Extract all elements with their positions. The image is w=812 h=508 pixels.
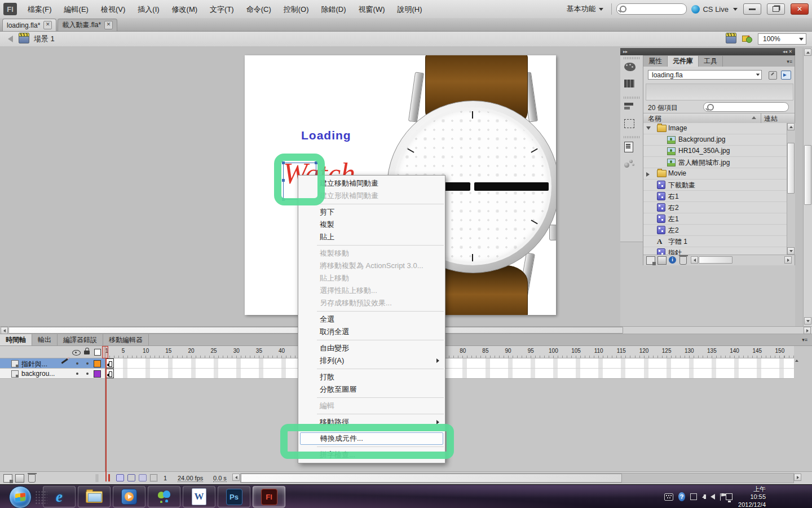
taskbar-clock[interactable]: 上午 10:55 2012/12/4: [738, 485, 766, 508]
library-item-row[interactable]: 左1: [643, 213, 787, 225]
close-tab-icon[interactable]: ✕: [43, 21, 52, 29]
new-library-panel-button[interactable]: [781, 71, 791, 80]
menu-item-5[interactable]: 修改(M): [166, 1, 204, 18]
library-item-row[interactable]: 右1: [643, 191, 787, 202]
taskbar-windows-explorer-button[interactable]: [78, 486, 111, 507]
library-document-select[interactable]: loading.fla: [648, 70, 762, 80]
item-properties-button[interactable]: i: [669, 256, 676, 264]
context-menu-item[interactable]: 打散: [298, 371, 445, 383]
context-menu-item[interactable]: 自由變形: [298, 342, 445, 354]
workspace-switcher-button[interactable]: 基本功能: [563, 3, 607, 15]
scroll-left-button[interactable]: [691, 256, 698, 264]
library-item-row[interactable]: 指針: [643, 247, 787, 255]
scroll-right-button[interactable]: [784, 256, 792, 264]
context-menu-item[interactable]: 排列(A): [298, 354, 445, 367]
action-center-tray-icon[interactable]: [720, 493, 721, 501]
timeline-tab[interactable]: 時間軸: [0, 334, 32, 345]
context-menu-item[interactable]: 複製: [298, 218, 445, 231]
taskbar-flash-button[interactable]: Fl: [253, 486, 285, 507]
delete-layer-button[interactable]: [28, 474, 36, 483]
window-tray-icon[interactable]: [690, 493, 696, 500]
app-search-input[interactable]: [616, 3, 687, 15]
context-menu-item[interactable]: 貼上: [298, 231, 445, 243]
timeline-tab[interactable]: 編譯器錯誤: [58, 334, 103, 345]
minimize-button[interactable]: [743, 3, 761, 15]
new-symbol-button[interactable]: [646, 256, 655, 265]
scrollbar-thumb[interactable]: [241, 474, 622, 483]
scroll-right-button[interactable]: [794, 474, 801, 481]
layer-visibility-dot[interactable]: [76, 373, 78, 375]
layer-outline-color[interactable]: [94, 360, 101, 367]
stage-vertical-scrollbar[interactable]: [803, 48, 812, 326]
library-item-row[interactable]: 當人離開城市.jpg: [643, 157, 787, 168]
menu-item-1[interactable]: 檔案(F): [21, 1, 58, 18]
document-tab[interactable]: loading.fla*✕: [2, 19, 56, 31]
cs-live-button[interactable]: CS Live: [691, 5, 729, 14]
delete-item-button[interactable]: [679, 256, 687, 265]
column-divider[interactable]: [761, 113, 761, 123]
layer-lock-dot[interactable]: [86, 362, 89, 365]
edit-symbols-button[interactable]: [742, 35, 752, 43]
disclosure-open-icon[interactable]: [646, 126, 651, 130]
panel-grip[interactable]: [624, 136, 639, 138]
timeline-layer-row[interactable]: 指針與...: [0, 358, 105, 369]
taskbar-word-button[interactable]: W: [183, 486, 215, 507]
close-button[interactable]: ✕: [791, 3, 809, 15]
grip[interactable]: [96, 474, 99, 482]
restore-button[interactable]: [767, 3, 785, 15]
library-column-header[interactable]: 名稱 連結: [643, 113, 795, 124]
library-item-row[interactable]: A字體 1: [643, 236, 787, 247]
layer-name[interactable]: backgrou...: [21, 370, 55, 378]
dock-header-bar[interactable]: ▸▸ ◂◂ ✕: [620, 48, 795, 55]
frame-rate-value[interactable]: 24.00 fps: [178, 475, 203, 482]
volume-tray-icon[interactable]: [710, 494, 715, 500]
library-search-input[interactable]: [703, 102, 789, 112]
start-button[interactable]: [9, 486, 32, 508]
menu-item-8[interactable]: 控制(O): [277, 1, 315, 18]
new-layer-button[interactable]: [3, 474, 12, 483]
swatches-panel-icon[interactable]: [624, 80, 639, 93]
disclosure-closed-icon[interactable]: [646, 172, 650, 177]
align-panel-icon[interactable]: [624, 102, 639, 116]
frame-ruler[interactable]: 1510152025303540455055606570758085909510…: [105, 346, 794, 358]
tab-tools[interactable]: 工具: [699, 56, 723, 67]
library-vertical-scrollbar[interactable]: [787, 123, 795, 255]
panel-grip[interactable]: [624, 97, 639, 99]
back-arrow-icon[interactable]: [8, 36, 13, 42]
elapsed-time-value[interactable]: 0.0 s: [213, 475, 227, 482]
code-snippets-panel-icon[interactable]: [624, 142, 639, 155]
scrollbar-thumb[interactable]: [804, 145, 811, 205]
onion-skin-outlines-button[interactable]: [127, 474, 135, 481]
panel-menu-icon[interactable]: ▾≡: [787, 59, 792, 64]
library-item-row[interactable]: Movie: [643, 168, 787, 179]
pin-library-button[interactable]: [769, 71, 777, 80]
timeline-horizontal-scrollbar[interactable]: [240, 473, 794, 483]
menu-item-4[interactable]: 插入(I): [131, 1, 165, 18]
menu-item-11[interactable]: 說明(H): [391, 1, 429, 18]
center-frame-button[interactable]: [108, 474, 110, 481]
timeline-tab[interactable]: 移動編輯器: [103, 334, 149, 345]
show-hide-all-layers-icon[interactable]: [72, 350, 81, 356]
edit-scene-button[interactable]: [726, 34, 736, 43]
panel-grip[interactable]: [624, 57, 639, 59]
layer-lock-dot[interactable]: [86, 373, 89, 375]
layer-visibility-dot[interactable]: [76, 362, 78, 365]
library-item-row[interactable]: 右2: [643, 202, 787, 213]
library-item-row[interactable]: Background.jpg: [643, 134, 787, 146]
context-menu-item[interactable]: 取消全選: [298, 326, 445, 338]
layer-name[interactable]: 指針與...: [21, 360, 47, 369]
flash-app-icon[interactable]: Fl: [3, 3, 17, 15]
keyboard-tray-icon[interactable]: [664, 493, 673, 501]
edit-multiple-frames-button[interactable]: [139, 474, 147, 481]
column-name[interactable]: 名稱: [648, 114, 661, 124]
menu-item-9[interactable]: 除錯(D): [315, 1, 352, 18]
components-panel-icon[interactable]: [624, 159, 639, 172]
frame-grid[interactable]: [105, 358, 794, 379]
transform-panel-icon[interactable]: [624, 119, 639, 133]
panel-menu-icon[interactable]: ▾≡: [802, 337, 807, 343]
onion-skin-button[interactable]: [116, 474, 124, 481]
taskbar-messenger-button[interactable]: [148, 486, 180, 507]
column-linkage[interactable]: 連結: [764, 114, 778, 124]
close-tab-icon[interactable]: ✕: [104, 21, 113, 29]
document-tab[interactable]: 載入動畫.fla*✕: [58, 19, 117, 31]
